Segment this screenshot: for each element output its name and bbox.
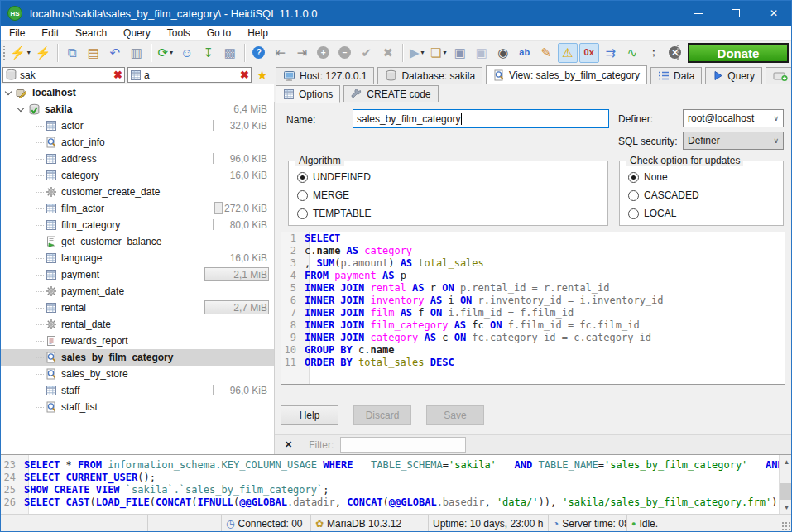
paste-button[interactable]: ▤ bbox=[84, 43, 103, 63]
radio-icon[interactable] bbox=[297, 208, 308, 219]
tree-item-staff[interactable]: staff96,0 KiB bbox=[1, 382, 274, 399]
tree-item-film_actor[interactable]: film_actor272,0 KiB bbox=[1, 200, 274, 217]
post-changes-button[interactable]: ✔ bbox=[357, 43, 377, 63]
help-button[interactable]: ? bbox=[249, 43, 269, 63]
favorites-star-icon[interactable]: ★ bbox=[257, 68, 267, 83]
save-snapshot-button[interactable]: ▩ bbox=[220, 43, 240, 63]
export-rows-button[interactable]: ↧ bbox=[199, 43, 218, 63]
copy-button[interactable]: ⧉ bbox=[62, 43, 82, 63]
menu-file[interactable]: File bbox=[1, 26, 33, 41]
sql-editor[interactable]: 1SELECT2c.name AS category3, SUM(p.amoun… bbox=[281, 232, 785, 385]
tab-query[interactable]: Query bbox=[705, 67, 762, 84]
minimize-button[interactable] bbox=[679, 1, 717, 26]
sql-security-combo[interactable]: Definer ∨ bbox=[683, 132, 784, 150]
algorithm-radio-merge[interactable]: MERGE bbox=[297, 186, 607, 204]
find-text-button[interactable]: ◉ bbox=[493, 43, 513, 63]
filter-close-icon[interactable]: ✕ bbox=[285, 439, 292, 450]
subtab-options[interactable]: Options bbox=[276, 85, 340, 103]
load-sql-file-dropdown-icon[interactable]: ▾ bbox=[443, 49, 446, 56]
tree-item-sales_by_film_category[interactable]: sales_by_film_category bbox=[1, 349, 274, 366]
tree-item-rental_date[interactable]: rental_date bbox=[1, 316, 274, 333]
tree-item-actor_info[interactable]: actor_info bbox=[1, 134, 274, 151]
check-option-radio-cascaded[interactable]: CASCADED bbox=[628, 186, 783, 204]
scroll-up-icon[interactable]: ▲ bbox=[780, 455, 792, 469]
algorithm-radio-undefined[interactable]: UNDEFINED bbox=[297, 168, 607, 186]
menu-edit[interactable]: Edit bbox=[33, 26, 67, 41]
last-row-button[interactable]: ⇥ bbox=[292, 43, 312, 63]
scroll-down-icon[interactable]: ▼ bbox=[780, 501, 792, 514]
tree-item-staff_list[interactable]: staff_list bbox=[1, 399, 274, 415]
menu-query[interactable]: Query bbox=[115, 26, 159, 41]
radio-icon[interactable] bbox=[297, 172, 308, 183]
tree-item-rewards_report[interactable]: rewards_report bbox=[1, 333, 274, 349]
tree-item-category[interactable]: category16,0 KiB bbox=[1, 167, 274, 184]
replace-text-button[interactable]: ab bbox=[515, 43, 535, 63]
filter-input[interactable] bbox=[340, 437, 466, 453]
radio-icon[interactable] bbox=[297, 190, 308, 201]
execute-sql-dropdown-icon[interactable]: ▾ bbox=[421, 49, 425, 56]
load-sql-file-button[interactable]: ❏▾ bbox=[429, 43, 449, 63]
check-option-radio-local[interactable]: LOCAL bbox=[628, 204, 783, 223]
log-scrollbar[interactable]: ▲▼ bbox=[779, 455, 792, 514]
tree-item-sales_by_store[interactable]: sales_by_store bbox=[1, 366, 274, 382]
definer-combo[interactable]: root@localhost ∨ bbox=[683, 109, 784, 127]
scroll-thumb[interactable] bbox=[780, 483, 792, 500]
stop-process-button[interactable]: ✕ bbox=[665, 43, 685, 63]
session-manager-dropdown-icon[interactable]: ▾ bbox=[27, 49, 31, 56]
tab-data[interactable]: Data bbox=[650, 67, 702, 84]
session-manager-button[interactable]: ⚡▾ bbox=[9, 43, 31, 63]
refresh-button[interactable]: ⟳▾ bbox=[156, 43, 175, 63]
print-button[interactable]: ▥ bbox=[127, 43, 146, 63]
tree-item-rental[interactable]: rental2,7 MiB bbox=[1, 300, 274, 316]
execute-sql-button[interactable]: ▶▾ bbox=[407, 43, 427, 63]
name-input[interactable]: sales_by_film_category bbox=[353, 109, 609, 128]
tree-item-payment[interactable]: payment2,1 MiB bbox=[1, 266, 274, 283]
donate-button[interactable]: Donate bbox=[688, 43, 789, 63]
tree-item-customer_create_date[interactable]: customer_create_date bbox=[1, 184, 274, 200]
first-row-button[interactable]: ⇤ bbox=[271, 43, 290, 63]
help-button[interactable]: Help bbox=[281, 405, 338, 425]
reconnect-button[interactable]: ∿ bbox=[622, 43, 642, 63]
indentation-button[interactable]: ⇉ bbox=[601, 43, 621, 63]
warn-toggle-button[interactable]: ⚠ bbox=[558, 43, 578, 63]
tree-item-localhost[interactable]: localhost bbox=[1, 84, 274, 101]
tree-item-sakila[interactable]: sakila6,4 MiB bbox=[1, 101, 274, 117]
menu-tools[interactable]: Tools bbox=[159, 26, 199, 41]
save-sql-as-button[interactable]: ▣ bbox=[472, 43, 492, 63]
user-manager-button[interactable]: ☺ bbox=[177, 43, 197, 63]
clear-filter-icon[interactable]: ✖ bbox=[113, 69, 122, 81]
subtab-create-code[interactable]: CREATE code bbox=[343, 85, 438, 102]
sql-log[interactable]: 23SELECT * FROM information_schema.KEY_C… bbox=[1, 454, 792, 514]
save-sql-button[interactable]: ▣ bbox=[450, 43, 470, 63]
insert-row-button[interactable]: + bbox=[314, 43, 334, 63]
hex-toggle-button[interactable]: 0x bbox=[579, 43, 599, 63]
resize-grip[interactable] bbox=[781, 521, 790, 530]
reformat-sql-button[interactable]: ✎ bbox=[536, 43, 556, 63]
maximize-button[interactable] bbox=[717, 1, 755, 26]
expander-chevron-icon[interactable] bbox=[5, 88, 12, 94]
menu-help[interactable]: Help bbox=[239, 26, 276, 41]
tab-host-127-0-0-1[interactable]: Host: 127.0.0.1 bbox=[276, 67, 374, 84]
close-button[interactable]: ✕ bbox=[755, 1, 792, 26]
tree-item-address[interactable]: address96,0 KiB bbox=[1, 151, 274, 167]
undo-button[interactable]: ↶ bbox=[105, 43, 125, 63]
tree-item-actor[interactable]: actor32,0 KiB bbox=[1, 117, 274, 134]
cancel-editing-button[interactable]: ✖ bbox=[378, 43, 398, 63]
tree-item-get_customer_balance[interactable]: get_customer_balance bbox=[1, 233, 274, 250]
tree-item-film_category[interactable]: film_category80,0 KiB bbox=[1, 217, 274, 233]
radio-icon[interactable] bbox=[628, 190, 639, 201]
disconnect-button[interactable]: ⚡ bbox=[33, 43, 53, 63]
algorithm-radio-temptable[interactable]: TEMPTABLE bbox=[297, 204, 607, 223]
tree-item-language[interactable]: language16,0 KiB bbox=[1, 250, 274, 266]
table-filter-input[interactable]: a✖ bbox=[127, 67, 252, 83]
radio-icon[interactable] bbox=[628, 208, 639, 219]
database-filter-input[interactable]: sak✖ bbox=[2, 67, 125, 83]
tab-new-tab[interactable] bbox=[766, 67, 792, 84]
radio-icon[interactable] bbox=[628, 172, 639, 183]
tab-database-sakila[interactable]: Database: sakila bbox=[377, 67, 482, 84]
clear-filter-icon[interactable]: ✖ bbox=[240, 69, 249, 81]
refresh-dropdown-icon[interactable]: ▾ bbox=[170, 49, 173, 56]
tree-item-payment_date[interactable]: payment_date bbox=[1, 283, 274, 300]
database-tree[interactable]: localhostsakila6,4 MiBactor32,0 KiBactor… bbox=[1, 84, 274, 454]
tab-view-sales-by-film-category[interactable]: View: sales_by_film_category bbox=[486, 65, 647, 84]
